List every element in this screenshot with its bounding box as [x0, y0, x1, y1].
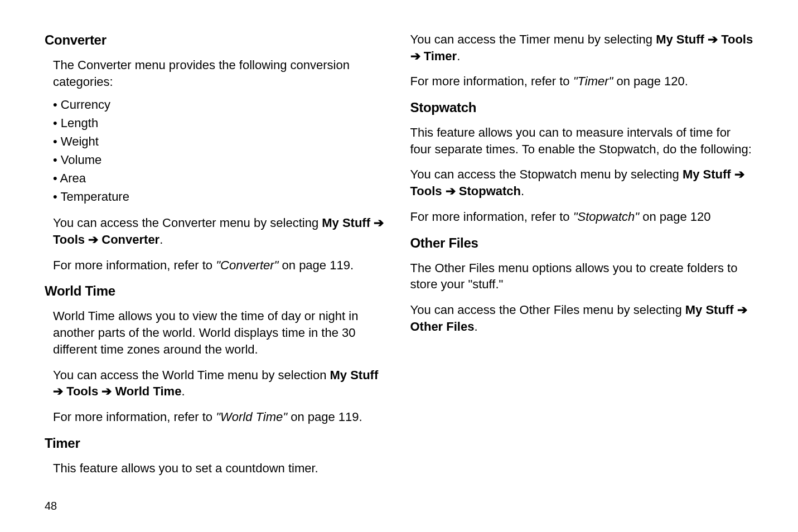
- text: You can access the Timer menu by selecti…: [410, 32, 656, 46]
- list-item: Currency: [53, 95, 388, 114]
- path-part: Tools: [66, 384, 98, 398]
- path-part: My Stuff: [322, 216, 370, 230]
- converter-intro: The Converter menu provides the followin…: [53, 57, 388, 90]
- timer-access: You can access the Timer menu by selecti…: [410, 31, 754, 64]
- ref: "World Time": [216, 410, 287, 424]
- path-part: Tools: [53, 233, 85, 246]
- text: For more information, refer to: [53, 410, 216, 424]
- worldtime-more: For more information, refer to "World Ti…: [53, 409, 388, 425]
- otherfiles-access: You can access the Other Files menu by s…: [410, 302, 754, 335]
- list-item: Area: [53, 169, 388, 187]
- timer-more: For more information, refer to "Timer" o…: [410, 73, 754, 90]
- arrow-icon: ➔: [731, 167, 744, 181]
- heading-world-time: World Time: [45, 283, 388, 299]
- path-part: My Stuff: [685, 303, 734, 317]
- worldtime-intro: World Time allows you to view the time o…: [53, 308, 388, 357]
- text: on page 120: [639, 210, 710, 224]
- arrow-icon: ➔: [98, 384, 115, 398]
- right-column: You can access the Timer menu by selecti…: [410, 28, 754, 510]
- text: .: [474, 320, 477, 333]
- converter-more: For more information, refer to "Converte…: [53, 257, 388, 274]
- converter-list: Currency Length Weight Volume Area Tempe…: [53, 95, 388, 206]
- path-part: My Stuff: [683, 167, 731, 181]
- path-part: Tools: [410, 184, 442, 198]
- list-item: Length: [53, 114, 388, 132]
- heading-other-files: Other Files: [410, 235, 754, 251]
- list-item: Volume: [53, 151, 388, 169]
- path-part: Timer: [424, 49, 457, 63]
- text: You can access the Stopwatch menu by sel…: [410, 167, 683, 181]
- path-part: World Time: [115, 384, 181, 398]
- list-item: Temperature: [53, 187, 388, 206]
- text: For more information, refer to: [410, 210, 573, 224]
- heading-timer: Timer: [45, 436, 388, 451]
- stopwatch-access: You can access the Stopwatch menu by sel…: [410, 166, 754, 199]
- timer-intro: This feature allows you to set a countdo…: [53, 460, 388, 477]
- arrow-icon: ➔: [53, 384, 66, 398]
- left-column: Converter The Converter menu provides th…: [45, 28, 388, 510]
- list-item: Weight: [53, 132, 388, 151]
- arrow-icon: ➔: [85, 233, 101, 246]
- ref: "Converter": [216, 258, 278, 272]
- text: For more information, refer to: [53, 258, 216, 272]
- text: .: [159, 233, 163, 246]
- text: .: [457, 49, 460, 63]
- text: You can access the Converter menu by sel…: [53, 216, 322, 230]
- heading-stopwatch: Stopwatch: [410, 100, 754, 115]
- path-part: Tools: [721, 32, 753, 46]
- text: You can access the Other Files menu by s…: [410, 303, 685, 317]
- arrow-icon: ➔: [410, 49, 424, 63]
- converter-access: You can access the Converter menu by sel…: [53, 215, 388, 248]
- worldtime-access: You can access the World Time menu by se…: [53, 367, 388, 400]
- path-part: Stopwatch: [459, 184, 521, 198]
- arrow-icon: ➔: [734, 303, 747, 317]
- otherfiles-intro: The Other Files menu options allows you …: [410, 260, 754, 293]
- text: You can access the World Time menu by se…: [53, 368, 330, 382]
- ref: "Stopwatch": [573, 210, 639, 224]
- text: on page 119.: [278, 258, 354, 272]
- text: .: [181, 384, 185, 398]
- path-part: My Stuff: [330, 368, 378, 382]
- page: Converter The Converter menu provides th…: [0, 0, 798, 532]
- page-number: 48: [45, 500, 57, 512]
- path-part: Other Files: [410, 320, 475, 333]
- text: on page 120.: [613, 74, 688, 88]
- path-part: My Stuff: [656, 32, 704, 46]
- text: .: [521, 184, 524, 198]
- heading-converter: Converter: [45, 32, 388, 48]
- arrow-icon: ➔: [370, 216, 384, 230]
- ref: "Timer": [573, 74, 613, 88]
- text: on page 119.: [287, 410, 362, 424]
- stopwatch-intro: This feature allows you can to measure i…: [410, 124, 754, 157]
- text: For more information, refer to: [410, 74, 573, 88]
- arrow-icon: ➔: [704, 32, 721, 46]
- arrow-icon: ➔: [442, 184, 459, 198]
- stopwatch-more: For more information, refer to "Stopwatc…: [410, 209, 754, 225]
- path-part: Converter: [101, 233, 159, 246]
